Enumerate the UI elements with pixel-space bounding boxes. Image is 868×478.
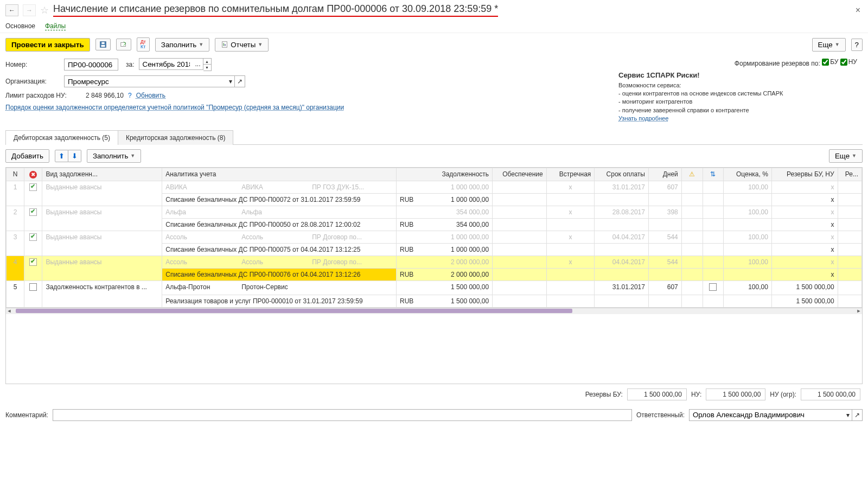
tab-debit[interactable]: Дебиторская задолженность (5): [5, 130, 118, 145]
fill-button[interactable]: Заполнить ▼: [155, 38, 209, 52]
refresh-link[interactable]: Обновить: [136, 92, 165, 99]
svg-rect-5: [224, 43, 225, 46]
row-checkbox[interactable]: [29, 258, 37, 266]
col-sort[interactable]: ⇅: [703, 168, 724, 181]
org-input[interactable]: [64, 75, 227, 87]
col-pct[interactable]: Оценка, %: [724, 168, 772, 181]
spark-title: Сервис 1СПАРК Риски!: [618, 71, 857, 80]
org-label: Организация:: [5, 78, 60, 85]
reports-button[interactable]: Отчеты ▼: [215, 38, 269, 52]
save-button[interactable]: [95, 39, 111, 50]
close-button[interactable]: ×: [853, 5, 863, 15]
post-icon: [120, 41, 127, 48]
post-button[interactable]: [116, 39, 131, 50]
chevron-down-icon: ▼: [835, 42, 840, 47]
row-checkbox[interactable]: [29, 283, 37, 291]
row-checkbox[interactable]: [29, 208, 37, 216]
col-debt[interactable]: Задолженность: [396, 168, 492, 181]
period-up-button[interactable]: ▲: [203, 59, 211, 65]
col-counter[interactable]: Встречная: [546, 168, 595, 181]
chevron-down-icon: ▼: [852, 153, 857, 158]
save-icon: [99, 41, 107, 48]
col-n[interactable]: N: [7, 168, 24, 181]
col-res2[interactable]: Ре...: [838, 168, 861, 181]
grid[interactable]: N ✖ Вид задолженн... Аналитика учета Зад…: [5, 167, 863, 384]
favorite-star-icon[interactable]: ☆: [40, 4, 49, 16]
more-grid-button[interactable]: Еще ▼: [829, 149, 863, 163]
spark-link[interactable]: Узнать подробнее: [618, 115, 668, 122]
resp-label: Ответственный:: [636, 411, 685, 419]
bu-checkbox[interactable]: [822, 59, 829, 66]
scroll-left-button[interactable]: ◄: [6, 308, 12, 314]
row-checkbox[interactable]: [29, 183, 37, 191]
more-button[interactable]: Еще ▼: [812, 38, 846, 52]
period-input[interactable]: [139, 58, 193, 70]
help-button[interactable]: ?: [851, 39, 863, 51]
period-open-button[interactable]: ...: [193, 58, 203, 70]
move-down-button[interactable]: ⬇: [68, 150, 81, 162]
period-label: за:: [126, 61, 135, 68]
tab-credit[interactable]: Кредиторская задолженность (8): [118, 130, 233, 145]
number-label: Номер:: [5, 61, 60, 68]
scroll-right-button[interactable]: ►: [856, 308, 862, 314]
fill-grid-button[interactable]: Заполнить ▼: [87, 149, 141, 163]
resp-input[interactable]: [689, 409, 844, 421]
warning-icon: ⚠: [689, 170, 695, 178]
sort-checkbox[interactable]: [709, 283, 717, 291]
total-bu-label: Резервы БУ:: [585, 391, 623, 398]
limit-help-icon[interactable]: ?: [128, 92, 132, 99]
scrollbar-thumb[interactable]: [16, 309, 572, 313]
chevron-down-icon: ▼: [130, 153, 135, 158]
chevron-down-icon: ▼: [258, 42, 263, 47]
tab-main[interactable]: Основное: [5, 22, 35, 30]
post-close-button[interactable]: Провести и закрыть: [5, 38, 90, 52]
comment-label: Комментарий:: [5, 411, 48, 419]
table-row[interactable]: 4Выданные авансыАссольАссольПР Договор п…: [7, 256, 862, 268]
nav-back-button[interactable]: ←: [5, 4, 18, 16]
col-due[interactable]: Срок оплаты: [595, 168, 649, 181]
resp-dropdown-button[interactable]: ▾: [844, 409, 852, 421]
org-open-button[interactable]: ↗: [235, 75, 245, 87]
dtct-icon: ДтКт: [141, 40, 146, 49]
col-warn[interactable]: ⚠: [681, 168, 703, 181]
svg-rect-1: [101, 45, 105, 47]
row-checkbox[interactable]: [29, 233, 37, 241]
col-collateral[interactable]: Обеспечение: [493, 168, 547, 181]
policy-link[interactable]: Порядок оценки задолженности определяетс…: [5, 104, 344, 111]
number-input[interactable]: [64, 59, 118, 71]
col-days[interactable]: Дней: [648, 168, 681, 181]
resp-open-button[interactable]: ↗: [852, 409, 863, 421]
chevron-down-icon: ▼: [199, 42, 203, 47]
period-down-button[interactable]: ▼: [203, 65, 211, 71]
add-button[interactable]: Добавить: [5, 149, 49, 163]
arrow-up-icon: ⬆: [59, 152, 65, 160]
tab-files[interactable]: Файлы: [45, 22, 66, 30]
total-nu-label: НУ:: [691, 391, 701, 398]
table-row[interactable]: 2Выданные авансыАльфаАльфа354 000,00x28.…: [7, 206, 862, 218]
org-dropdown-button[interactable]: ▾: [227, 75, 235, 87]
nu-checkbox[interactable]: [840, 59, 847, 66]
arrow-down-icon: ⬇: [72, 152, 78, 160]
comment-input[interactable]: [53, 409, 632, 421]
window-title: Начисление и списание резервов по сомнит…: [53, 3, 498, 17]
delete-icon: ✖: [29, 171, 37, 179]
col-type[interactable]: Вид задолженн...: [42, 168, 162, 181]
col-delete[interactable]: ✖: [24, 168, 42, 181]
nav-forward-button[interactable]: →: [23, 4, 36, 16]
move-up-button[interactable]: ⬆: [55, 150, 68, 162]
table-row[interactable]: 3Выданные авансыАссольАссольПР Договор п…: [7, 231, 862, 243]
col-reserve[interactable]: Резервы БУ, НУ: [771, 168, 838, 181]
table-row[interactable]: 1Выданные авансыАВИКААВИКАПР ГОЗ ДУК-15.…: [7, 181, 862, 193]
limit-label: Лимит расходов НУ:: [5, 92, 76, 99]
total-nu-value: 1 500 000,00: [706, 388, 765, 400]
limit-value: 2 848 966,10: [80, 92, 124, 99]
reserve-by-label: Формирование резервов по:: [735, 60, 820, 67]
total-nuogr-label: НУ (огр):: [770, 391, 796, 398]
svg-rect-6: [225, 44, 226, 46]
sort-icon: ⇅: [710, 170, 716, 178]
report-icon: [221, 41, 228, 48]
total-nuogr-value: 1 500 000,00: [801, 388, 860, 400]
table-row[interactable]: 5Задолженность контрагентов в ...Альфа-П…: [7, 281, 862, 295]
dtct-button[interactable]: ДтКт: [137, 37, 150, 52]
col-analytics[interactable]: Аналитика учета: [162, 168, 397, 181]
